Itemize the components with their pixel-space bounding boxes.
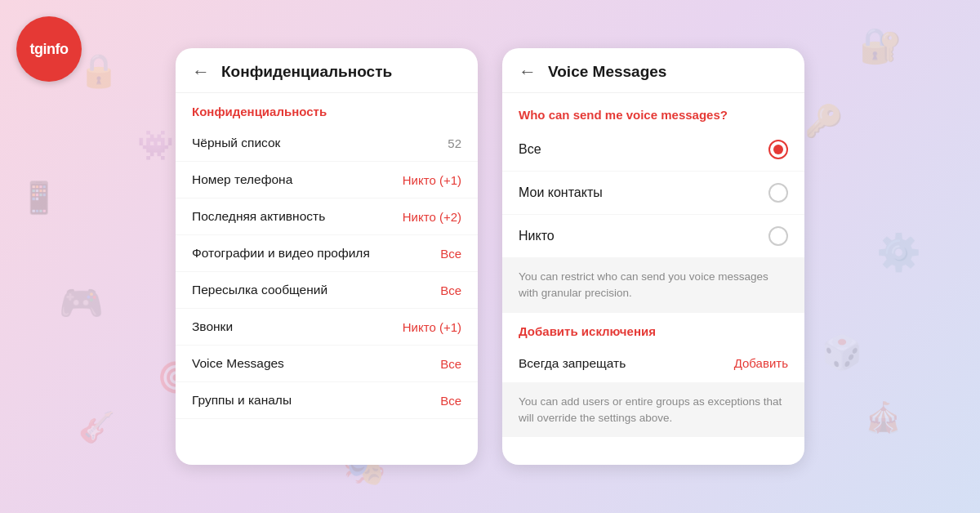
list-item[interactable]: Последняя активность Никто (+2): [176, 199, 478, 235]
left-back-button[interactable]: ←: [192, 63, 210, 81]
radio-button-all[interactable]: [768, 140, 788, 159]
list-item[interactable]: Чёрный список 52: [176, 125, 478, 162]
right-panel-title: Voice Messages: [548, 63, 666, 81]
right-header: ← Voice Messages: [502, 48, 804, 93]
list-item[interactable]: Номер телефона Никто (+1): [176, 162, 478, 199]
radio-button-nobody[interactable]: [768, 226, 788, 246]
exceptions-info-box: You can add users or entire groups as ex…: [502, 383, 804, 438]
radio-option-all[interactable]: Все: [502, 128, 804, 172]
radio-option-contacts[interactable]: Мои контакты: [502, 172, 804, 215]
add-exceptions-label: Добавить исключения: [502, 313, 804, 345]
granular-info-box: You can restrict who can send you voice …: [502, 258, 804, 313]
tginfo-logo: tginfo: [16, 16, 82, 82]
right-panel: ← Voice Messages Who can send me voice m…: [502, 48, 804, 465]
always-forbid-item[interactable]: Всегда запрещать Добавить: [502, 345, 804, 383]
background-decoration: 🔒 👾 🎮 🎯 🎸 🔐 🔑 ⚙️ 🎲 🎪 📱 🎭: [0, 0, 980, 513]
left-panel: ← Конфиденциальность Конфиденциальность …: [176, 48, 478, 465]
list-item[interactable]: Фотографии и видео профиля Все: [176, 235, 478, 272]
right-back-button[interactable]: ←: [519, 63, 537, 81]
radio-button-contacts[interactable]: [768, 183, 788, 203]
who-can-send-label: Who can send me voice messages?: [502, 93, 804, 128]
left-header: ← Конфиденциальность: [176, 48, 478, 93]
add-exception-button[interactable]: Добавить: [734, 356, 788, 370]
left-panel-title: Конфиденциальность: [221, 63, 392, 81]
list-item-voice-messages[interactable]: Voice Messages Все: [176, 346, 478, 382]
list-item[interactable]: Пересылка сообщений Все: [176, 272, 478, 309]
list-item[interactable]: Группы и каналы Все: [176, 382, 478, 419]
left-section-label: Конфиденциальность: [176, 93, 478, 125]
list-item[interactable]: Звонки Никто (+1): [176, 309, 478, 346]
radio-option-nobody[interactable]: Никто: [502, 215, 804, 258]
